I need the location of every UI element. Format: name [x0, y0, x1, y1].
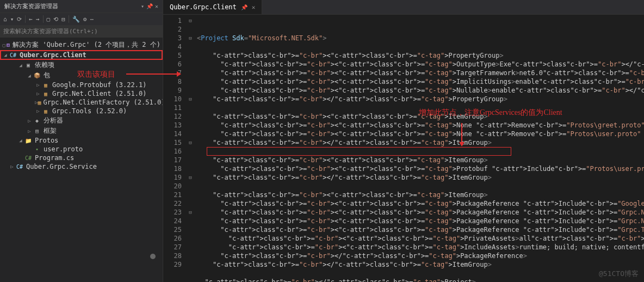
close-icon[interactable]: ✕ [155, 3, 158, 9]
pin-icon[interactable]: 📌 [146, 3, 153, 9]
dependencies-icon: ▣ [24, 62, 33, 69]
pkg-factory[interactable]: ▷▦Grpc.Net.ClientFactory (2.51.0) [0, 98, 163, 107]
project-client-node[interactable]: ◢C#Quber.Grpc.Client [0, 50, 163, 60]
project-service-node[interactable]: ▷C#Quber.Grpc.Service [0, 162, 163, 171]
se-title: 解决方案资源管理器 [4, 2, 58, 10]
more-icon[interactable]: ⋯ [90, 16, 94, 23]
arrow-2 [461, 123, 462, 146]
props-icon[interactable]: ⚙ [83, 16, 87, 23]
show-all-icon[interactable]: ▢ [47, 16, 51, 23]
pkg-tools[interactable]: ▷▦Grpc.Tools (2.52.0) [0, 107, 163, 115]
close-tab-icon[interactable]: ✕ [252, 4, 256, 11]
pkg-grpcnet[interactable]: ▷▦Grpc.Net.Client (2.51.0) [0, 89, 163, 98]
watermark: @51CTO博客 [599, 269, 639, 279]
cs-icon: C# [24, 154, 33, 162]
editor-tabs: Quber.Grpc.Client 📌 ✕ [163, 0, 644, 15]
solution-node[interactable]: ▢⊞解决方案 'Quber.Grpc' (2 个项目，共 2 个) [0, 40, 163, 50]
csproj-icon: C# [15, 163, 24, 170]
userproto-file[interactable]: •user.proto [0, 145, 163, 154]
save-icon[interactable]: ▾ [10, 16, 14, 23]
search-input[interactable]: 搜索解决方案资源管理器(Ctrl+;) [0, 26, 163, 38]
frameworks-node[interactable]: ▷▤框架 [0, 126, 163, 136]
sync-icon[interactable]: ⟳ [17, 16, 22, 23]
annotation-1: 双击该项目 [77, 70, 115, 79]
nuget-icon: ▦ [38, 99, 41, 106]
programcs-file[interactable]: C#Program.cs [0, 154, 163, 162]
framework-icon: ▤ [33, 127, 41, 135]
package-icon: 📦 [33, 72, 41, 79]
solution-icon: ⊞ [6, 41, 11, 49]
annotation-2: 增加此节点，注意GrpcServices的值为Client [419, 108, 562, 118]
proto-icon: • [33, 145, 41, 153]
dropdown-icon[interactable]: ▾ [141, 3, 144, 9]
home-icon[interactable]: ⌂ [3, 16, 7, 23]
marker-dot [150, 254, 156, 259]
arrow-1 [126, 73, 181, 75]
pin-icon[interactable]: 📌 [241, 4, 247, 10]
nuget-icon: ▦ [41, 81, 50, 89]
prev-icon[interactable]: ← [29, 16, 33, 23]
dependencies-node[interactable]: ◢▣依赖项 [0, 60, 163, 70]
wrench-icon[interactable]: 🔧 [72, 16, 80, 23]
code-editor[interactable]: 1234567891011121314151617181920212223242… [163, 15, 644, 282]
analyzer-icon: ◆ [33, 117, 41, 125]
pkg-protobuf[interactable]: ▷▦Google.Protobuf (3.22.1) [0, 81, 163, 89]
refresh-icon[interactable]: ⟲ [53, 16, 58, 23]
source-code[interactable]: <Project Sdk="Microsoft.NET.Sdk"> "c-att… [195, 15, 644, 282]
editor-area: Quber.Grpc.Client 📌 ✕ 123456789101112131… [163, 0, 644, 282]
solution-explorer: 解决方案资源管理器 ▾ 📌 ✕ ⌂ ▾ ⟳ ← → ▢ ⟲ ⊟ 🔧 ⚙ ⋯ 搜索… [0, 0, 163, 282]
collapse-icon[interactable]: ⊟ [61, 16, 65, 23]
csproj-icon: C# [9, 51, 17, 59]
fold-column: ⊟⊟⊟⊟⊟⊟ [186, 15, 195, 282]
tab-csproj[interactable]: Quber.Grpc.Client 📌 ✕ [163, 0, 262, 14]
protos-folder[interactable]: ◢📁Protos [0, 136, 163, 145]
nuget-icon: ▦ [41, 107, 50, 115]
se-header: 解决方案资源管理器 ▾ 📌 ✕ [0, 0, 163, 13]
folder-icon: 📁 [24, 137, 33, 144]
se-toolbar: ⌂ ▾ ⟳ ← → ▢ ⟲ ⊟ 🔧 ⚙ ⋯ [0, 13, 163, 26]
next-icon[interactable]: → [36, 16, 40, 23]
nuget-icon: ▦ [41, 90, 50, 97]
line-numbers: 1234567891011121314151617181920212223242… [163, 15, 186, 282]
analyzers-node[interactable]: ▷◆分析器 [0, 115, 163, 126]
